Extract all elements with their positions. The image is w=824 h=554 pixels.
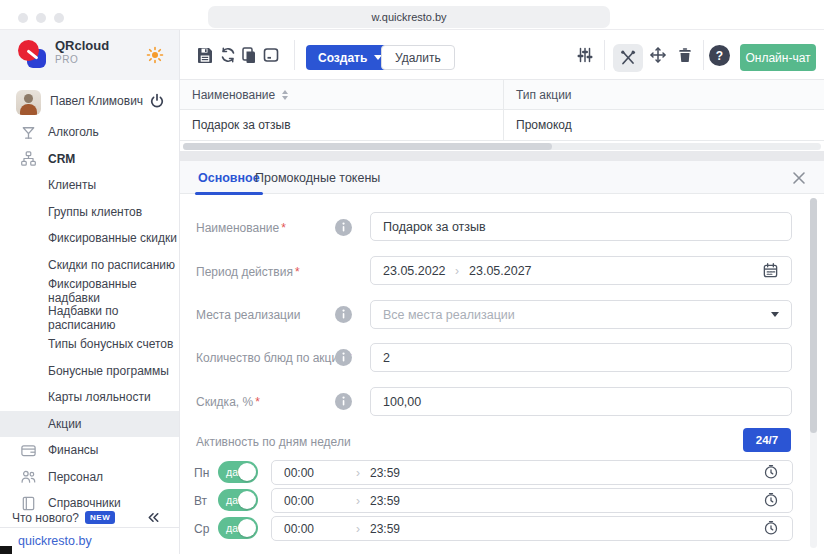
table-header-row: Наименование Тип акции [180,80,824,110]
time-range-input[interactable]: 00:00 › 23:59 [271,488,793,513]
close-icon[interactable] [790,169,808,187]
online-chat-button[interactable]: Онлайн-чат [740,44,816,71]
save-icon[interactable] [196,46,214,64]
sidebar-item-client-groups[interactable]: Группы клиентов [0,199,179,226]
user-row[interactable]: Павел Климович [0,86,179,120]
sidebar-footer: Что нового? NEW [0,507,179,528]
tab-promo-tokens[interactable]: Промокодные токены [255,161,380,194]
day-row-tuesday: Вт да 00:00 › 23:59 [180,488,824,513]
trash-icon[interactable] [676,46,694,64]
sidebar-item-promotions[interactable]: Акции [0,411,179,438]
preset-247-button[interactable]: 24/7 [743,428,791,452]
promotions-table: Наименование Тип акции Подарок за отзыв … [180,80,824,141]
help-button[interactable]: ? [709,45,730,66]
time-to-value[interactable]: 23:59 [370,494,763,508]
brand-tier: PRO [55,54,78,65]
whats-new-link[interactable]: Что нового? [12,511,79,525]
brand-name: QRcloud [55,38,109,53]
time-from-value[interactable]: 00:00 [284,466,346,480]
name-label: Наименование* [196,221,286,235]
tab-main[interactable]: Основное [198,161,260,194]
sidebar-item-staff[interactable]: Персонал [0,464,179,491]
collapse-sidebar-icon[interactable] [146,510,161,525]
info-icon[interactable] [335,219,352,236]
chevron-right-icon: › [356,494,360,508]
time-range-input[interactable]: 00:00 › 23:59 [271,460,793,485]
sidebar-item-finance[interactable]: Финансы [0,437,179,464]
delete-button[interactable]: Удалить [381,45,455,70]
sidebar-item-bonus-account-types[interactable]: Типы бонусных счетов [0,331,179,358]
sitemap-icon [20,150,48,167]
cell-promotion-name[interactable]: Подарок за отзыв [180,110,503,140]
horizontal-scrollbar[interactable] [183,143,821,150]
table-row[interactable]: Подарок за отзыв Промокод [180,110,824,141]
clock-icon[interactable] [763,492,780,509]
tools-icon[interactable] [619,49,637,67]
name-input[interactable] [370,212,792,241]
logo-strip: QRcloud PRO [0,30,179,80]
window-control-dot[interactable] [36,13,46,23]
copy-icon[interactable] [240,46,258,64]
sidebar-menu: Алкоголь CRM Клиенты Группы клиентов Фик… [0,119,179,517]
info-icon[interactable] [335,349,352,366]
sidebar-item-fixed-discounts[interactable]: Фиксированные скидки [0,225,179,252]
wallet-icon [20,442,48,459]
places-select[interactable]: Все места реализации [370,300,792,329]
sidebar-item-scheduled-surcharges[interactable]: Надбавки по расписанию [0,305,179,332]
terminal-screen-icon[interactable] [262,46,280,64]
toolbar: Создать Удалить [180,30,824,80]
sidebar-item-crm[interactable]: CRM [0,146,179,173]
window-control-dot[interactable] [18,13,28,23]
site-link-row: quickresto.by [0,527,179,554]
window-control-dot[interactable] [54,13,64,23]
time-to-value[interactable]: 23:59 [370,466,763,480]
vertical-scrollbar-thumb[interactable] [810,198,817,433]
move-icon[interactable] [649,46,667,64]
period-from-value[interactable]: 23.05.2022 [383,264,445,278]
cell-promotion-type[interactable]: Промокод [503,110,824,140]
time-to-value[interactable]: 23:59 [370,522,763,536]
sidebar-item-clients[interactable]: Клиенты [0,172,179,199]
vertical-scrollbar[interactable] [810,198,817,548]
toolbar-divider [703,40,704,70]
dish-count-input[interactable] [370,343,792,372]
site-link[interactable]: quickresto.by [18,534,92,548]
day-label: Вт [194,494,207,508]
sun-theme-icon[interactable] [146,46,164,64]
period-to-value[interactable]: 23.05.2027 [469,264,762,278]
address-bar[interactable]: w.quickresto.by [208,6,610,28]
filter-sliders-icon[interactable] [576,46,594,64]
people-icon [20,468,48,485]
period-label: Период действия* [196,265,300,279]
sidebar-item-bonus-programs[interactable]: Бонусные программы [0,358,179,385]
user-avatar [16,90,41,115]
power-logout-icon[interactable] [148,92,166,110]
sort-icon[interactable] [282,90,288,100]
clock-icon[interactable] [763,464,780,481]
calendar-icon[interactable] [762,262,779,279]
day-label: Ср [194,522,209,536]
horizontal-scrollbar-thumb[interactable] [183,143,552,150]
day-toggle[interactable]: да [218,489,258,511]
sidebar: QRcloud PRO Павел Климович [0,30,180,554]
sidebar-item-loyalty-cards[interactable]: Карты лояльности [0,384,179,411]
sidebar-item-alcohol[interactable]: Алкоголь [0,119,179,146]
day-toggle[interactable]: да [218,517,258,539]
refresh-icon[interactable] [219,46,237,64]
info-icon[interactable] [335,393,352,410]
day-toggle[interactable]: да [218,461,258,483]
new-badge: NEW [85,511,115,524]
sidebar-item-fixed-surcharges[interactable]: Фиксированные надбавки [0,278,179,305]
sidebar-item-scheduled-discounts[interactable]: Скидки по расписанию [0,252,179,279]
clock-icon[interactable] [763,520,780,537]
time-from-value[interactable]: 00:00 [284,522,346,536]
time-from-value[interactable]: 00:00 [284,494,346,508]
period-range-input[interactable]: 23.05.2022 › 23.05.2027 [370,256,792,285]
time-range-input[interactable]: 00:00 › 23:59 [271,516,793,541]
info-icon[interactable] [335,306,352,323]
column-header-name[interactable]: Наименование [180,80,503,109]
discount-input[interactable] [370,387,792,416]
chevron-right-icon: › [455,264,459,278]
dish-count-label: Количество блюд по акции* [196,351,352,365]
column-header-type[interactable]: Тип акции [503,80,824,109]
